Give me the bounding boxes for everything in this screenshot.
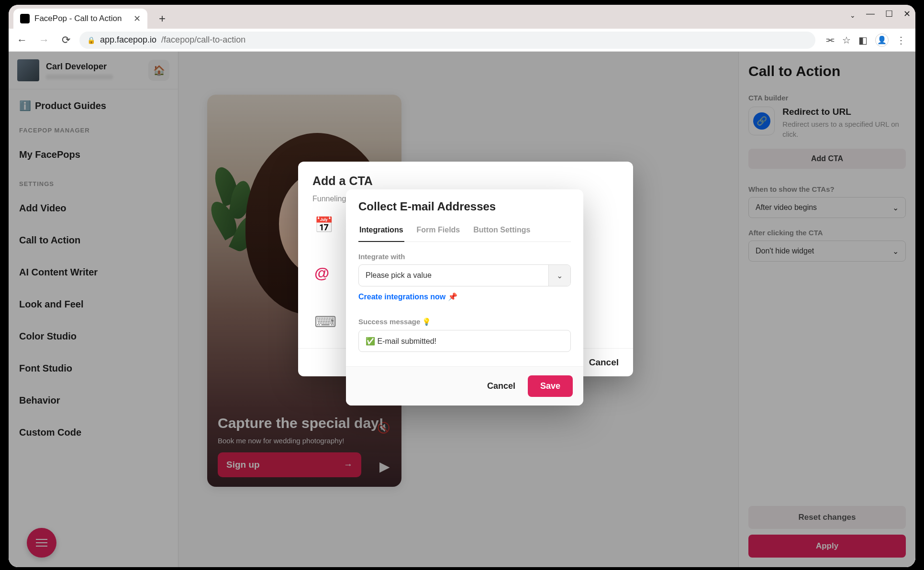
tab-strip: FacePop - Call to Action ✕ + ⌄ — ☐ ✕ — [9, 5, 915, 29]
browser-tab[interactable]: FacePop - Call to Action ✕ — [13, 9, 147, 29]
bookmark-icon[interactable]: ☆ — [842, 34, 851, 46]
browser-window: FacePop - Call to Action ✕ + ⌄ — ☐ ✕ ← →… — [9, 5, 915, 567]
lock-icon: 🔒 — [87, 36, 95, 44]
collect-email-save-button[interactable]: Save — [528, 375, 573, 397]
panel-icon[interactable]: ◧ — [858, 34, 868, 46]
success-message-input[interactable] — [358, 330, 571, 352]
integrate-with-value: Please pick a value — [359, 265, 548, 286]
chevron-down-icon: ⌄ — [548, 265, 570, 286]
pin-icon: 📌 — [448, 293, 457, 301]
tab-title: FacePop - Call to Action — [34, 14, 122, 23]
kebab-menu-icon[interactable]: ⋮ — [896, 34, 906, 46]
forward-button[interactable]: → — [35, 32, 53, 49]
url-input[interactable]: 🔒 app.facepop.io/facepop/call-to-action — [79, 32, 815, 49]
tab-form-fields[interactable]: Form Fields — [416, 222, 461, 241]
app-shell: Carl Developer 🏠 ℹ️ Product Guides FACEP… — [9, 52, 915, 567]
maximize-icon[interactable]: ☐ — [885, 9, 893, 19]
profile-avatar-icon[interactable]: 👤 — [875, 33, 889, 47]
collect-email-tabs: Integrations Form Fields Button Settings — [358, 222, 571, 242]
address-actions: ⫘ ☆ ◧ 👤 ⋮ — [820, 33, 911, 47]
tab-button-settings[interactable]: Button Settings — [472, 222, 531, 241]
integrate-with-label: Integrate with — [358, 252, 571, 261]
minimize-icon[interactable]: — — [866, 9, 875, 19]
collect-email-cancel-button[interactable]: Cancel — [481, 377, 521, 395]
reload-button[interactable]: ⟳ — [57, 32, 75, 49]
share-icon[interactable]: ⫘ — [825, 34, 835, 45]
collect-email-modal: Collect E-mail Addresses Integrations Fo… — [346, 189, 583, 406]
tab-dropdown-icon[interactable]: ⌄ — [850, 11, 856, 19]
url-path: /facepop/call-to-action — [161, 35, 245, 45]
url-host: app.facepop.io — [100, 35, 156, 45]
new-tab-button[interactable]: + — [154, 11, 170, 27]
integrate-with-select[interactable]: Please pick a value ⌄ — [358, 264, 571, 286]
collect-email-title: Collect E-mail Addresses — [358, 200, 571, 213]
add-cta-title: Add a CTA — [312, 174, 619, 188]
favicon-icon — [20, 14, 30, 23]
success-message-label: Success message 💡 — [358, 318, 571, 326]
address-bar: ← → ⟳ 🔒 app.facepop.io/facepop/call-to-a… — [9, 29, 915, 52]
tab-integrations[interactable]: Integrations — [358, 222, 404, 242]
window-controls: ⌄ — ☐ ✕ — [850, 9, 911, 19]
create-integrations-label: Create integrations now — [358, 293, 445, 301]
close-tab-icon[interactable]: ✕ — [134, 13, 141, 24]
back-button[interactable]: ← — [13, 32, 31, 49]
create-integrations-link[interactable]: Create integrations now 📌 — [358, 292, 457, 301]
add-cta-cancel-button[interactable]: Cancel — [589, 357, 619, 368]
close-window-icon[interactable]: ✕ — [903, 9, 911, 19]
